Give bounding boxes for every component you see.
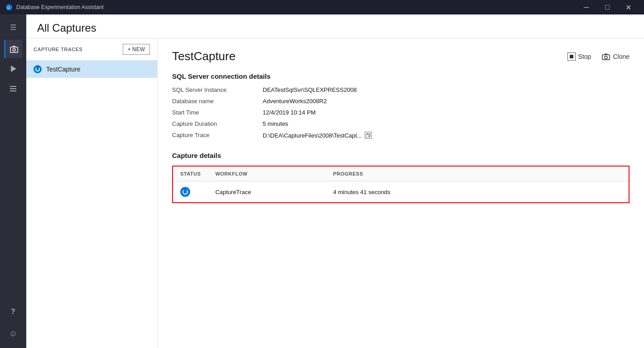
detail-row-instance: SQL Server Instance DEATestSqlSvr\SQLEXP… (172, 86, 630, 93)
main-split: CAPTURE TRACES + NEW TestCapture TestCap… (26, 38, 644, 348)
sidebar-item-analysis[interactable] (4, 80, 22, 98)
titlebar-left: D Database Experimentation Assistant (5, 4, 104, 11)
app-title: Database Experimentation Assistant (16, 4, 104, 10)
capture-list-item[interactable]: TestCapture (26, 61, 157, 78)
window-controls: ─ □ ✕ (576, 0, 639, 14)
detail-label-trace: Capture Trace (172, 132, 263, 138)
sidebar-item-capture[interactable] (4, 40, 22, 58)
capture-traces-label: CAPTURE TRACES (34, 47, 82, 52)
left-panel-header: CAPTURE TRACES + NEW (26, 38, 157, 61)
sidebar-menu-button[interactable]: ☰ (4, 18, 22, 36)
detail-value-starttime: 12/4/2019 10:14 PM (263, 109, 316, 116)
detail-row-dbname: Database name AdventureWorks2008R2 (172, 98, 630, 105)
workflow-status-icon (180, 187, 190, 197)
feedback-icon: ☺ (9, 329, 17, 338)
detail-value-trace: D:\DEA\CaptureFiles\2008\TestCapt... (263, 132, 372, 139)
detail-title: TestCapture (172, 49, 235, 63)
detail-label-duration: Capture Duration (172, 120, 263, 127)
col-header-progress: PROGRESS (326, 166, 629, 181)
workflow-table-header: STATUS WORKFLOW PROGRESS (173, 166, 629, 181)
detail-row-duration: Capture Duration 5 minutes (172, 120, 630, 127)
capture-item-status-icon (34, 65, 42, 73)
capture-details-section: Capture details STATUS WORKFLOW PROGRESS (172, 152, 630, 203)
page-header: All Captures (26, 14, 644, 38)
play-nav-icon (9, 65, 17, 73)
clone-camera-icon (602, 52, 610, 61)
workflow-table-body: CaptureTrace 4 minutes 41 seconds (173, 181, 629, 203)
camera-nav-icon (10, 44, 19, 53)
trace-path-text: D:\DEA\CaptureFiles\2008\TestCapt... (263, 132, 362, 139)
left-panel: CAPTURE TRACES + NEW TestCapture (26, 38, 158, 348)
detail-value-dbname: AdventureWorks2008R2 (263, 98, 327, 105)
col-header-status: STATUS (173, 166, 208, 181)
minimize-button[interactable]: ─ (576, 0, 597, 14)
stop-button[interactable]: Stop (567, 52, 591, 61)
maximize-button[interactable]: □ (597, 0, 618, 14)
workflow-status-cell (173, 181, 208, 203)
clone-label: Clone (613, 53, 630, 60)
analysis-nav-icon (9, 85, 17, 93)
stop-label: Stop (578, 53, 591, 60)
close-button[interactable]: ✕ (618, 0, 639, 14)
svg-marker-4 (11, 66, 16, 72)
stop-icon (567, 52, 576, 61)
svg-rect-8 (570, 55, 573, 58)
workflow-table: STATUS WORKFLOW PROGRESS (172, 166, 630, 203)
help-icon: ? (11, 308, 15, 316)
titlebar: D Database Experimentation Assistant ─ □… (0, 0, 644, 14)
detail-row-trace: Capture Trace D:\DEA\CaptureFiles\2008\T… (172, 132, 630, 139)
new-capture-button[interactable]: + NEW (123, 44, 150, 55)
capture-list: TestCapture (26, 61, 157, 348)
sidebar-item-replay[interactable] (4, 60, 22, 78)
capture-details-title: Capture details (172, 152, 630, 159)
col-header-workflow: WORKFLOW (208, 166, 326, 181)
detail-actions: Stop Clone (567, 52, 630, 61)
capture-spinning-indicator (35, 67, 40, 72)
workflow-progress-cell: 4 minutes 41 seconds (326, 181, 629, 203)
detail-label-dbname: Database name (172, 98, 263, 105)
sidebar-bottom: ? ☺ (4, 303, 22, 348)
svg-text:D: D (7, 5, 10, 10)
app-body: ☰ ? ☺ (0, 14, 644, 348)
hamburger-icon: ☰ (10, 23, 16, 32)
detail-value-instance: DEATestSqlSvr\SQLEXPRESS2008 (263, 86, 357, 93)
capture-item-name: TestCapture (46, 66, 80, 73)
details-table: SQL Server Instance DEATestSqlSvr\SQLEXP… (172, 86, 630, 139)
svg-point-10 (605, 56, 607, 59)
page-title: All Captures (37, 22, 633, 34)
svg-rect-2 (10, 47, 18, 52)
svg-point-3 (13, 48, 15, 51)
sql-section-title: SQL Server connection details (172, 72, 630, 80)
sidebar-item-help[interactable]: ? (4, 303, 22, 321)
svg-rect-12 (366, 134, 369, 138)
content-area: All Captures CAPTURE TRACES + NEW TestCa… (26, 14, 644, 348)
workflow-spinner (183, 189, 188, 195)
app-icon: D (5, 4, 13, 11)
workflow-name-cell: CaptureTrace (208, 181, 326, 203)
sql-connection-section: SQL Server connection details SQL Server… (172, 72, 630, 150)
workflow-header-row: STATUS WORKFLOW PROGRESS (173, 166, 629, 181)
right-panel: TestCapture Stop (158, 38, 644, 348)
detail-label-instance: SQL Server Instance (172, 86, 263, 93)
copy-trace-button[interactable] (365, 132, 372, 139)
sidebar-item-feedback[interactable]: ☺ (4, 324, 22, 343)
detail-label-starttime: Start Time (172, 109, 263, 116)
detail-value-duration: 5 minutes (263, 120, 288, 127)
workflow-row: CaptureTrace 4 minutes 41 seconds (173, 181, 629, 203)
sidebar: ☰ ? ☺ (0, 14, 26, 348)
detail-row-starttime: Start Time 12/4/2019 10:14 PM (172, 109, 630, 116)
clone-button[interactable]: Clone (602, 52, 630, 61)
detail-header: TestCapture Stop (172, 49, 630, 63)
